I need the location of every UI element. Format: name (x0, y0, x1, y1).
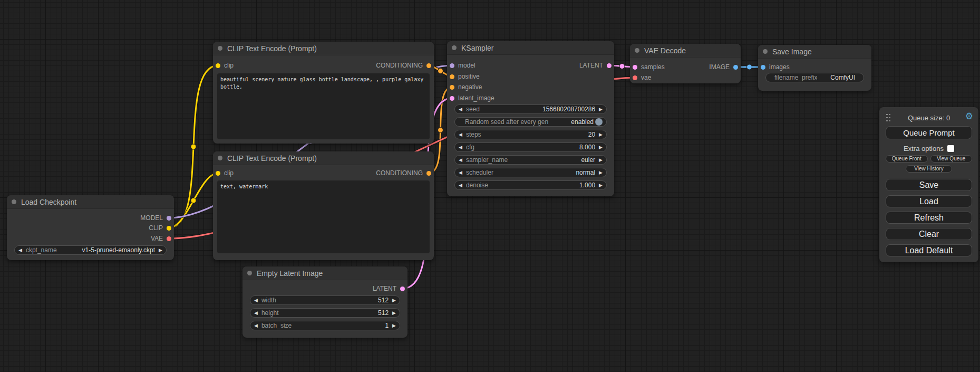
images-input-dot[interactable] (761, 65, 765, 70)
output-port-VAE: VAE (151, 235, 171, 242)
decrement-arrow-icon[interactable]: ◀ (459, 170, 462, 175)
collapse-dot-icon[interactable] (218, 156, 222, 160)
clip-encode-1-title-bar[interactable]: CLIP Text Encode (Prompt) (213, 42, 434, 55)
save-button[interactable]: Save (886, 179, 972, 191)
steps-widget[interactable]: ◀steps20▶ (454, 130, 607, 139)
widget-value: 1.000 (579, 182, 595, 189)
decrement-arrow-icon[interactable]: ◀ (18, 248, 22, 253)
VAE-output-dot[interactable] (167, 236, 171, 241)
load-checkpoint-title-bar[interactable]: Load Checkpoint (7, 195, 174, 209)
decrement-arrow-icon[interactable]: ◀ (254, 298, 258, 303)
node-save-image[interactable]: Save Imageimagesfilename_prefixComfyUI (758, 45, 871, 91)
IMAGE-output-dot[interactable] (733, 65, 738, 70)
collapse-dot-icon[interactable] (452, 45, 457, 50)
seed-widget[interactable]: ◀seed156680208700286▶ (454, 104, 607, 114)
increment-arrow-icon[interactable]: ▶ (392, 323, 396, 328)
CONDITIONING-output-dot[interactable] (426, 63, 431, 68)
extra-options-checkbox[interactable] (947, 145, 954, 152)
port-label: LATENT (579, 62, 603, 69)
port-label: MODEL (140, 214, 163, 222)
empty-latent-title-bar[interactable]: Empty Latent Image (242, 266, 407, 280)
decrement-arrow-icon[interactable]: ◀ (254, 323, 258, 328)
output-port-LATENT: LATENT (579, 62, 612, 69)
decrement-arrow-icon[interactable]: ◀ (459, 145, 462, 150)
vae-input-dot[interactable] (633, 75, 637, 80)
latent_image-input-dot[interactable] (450, 96, 454, 101)
graph-canvas[interactable]: Load CheckpointMODELCLIPVAE◀ckpt_namev1-… (0, 0, 980, 372)
increment-arrow-icon[interactable]: ▶ (599, 183, 603, 188)
Random seed after every gen-widget[interactable]: Random seed after every genenabled (454, 117, 607, 127)
CLIP-output-dot[interactable] (167, 226, 171, 231)
clip-input-dot[interactable] (216, 171, 220, 176)
node-title-label: CLIP Text Encode (Prompt) (227, 154, 317, 163)
output-port-MODEL: MODEL (140, 214, 171, 222)
node-empty-latent[interactable]: Empty Latent ImageLATENT◀width512▶◀heigh… (242, 266, 407, 338)
increment-arrow-icon[interactable]: ▶ (392, 298, 396, 303)
save-image-title-bar[interactable]: Save Image (758, 45, 871, 59)
queue-prompt-button[interactable]: Queue Prompt (886, 126, 972, 139)
CONDITIONING-output-dot[interactable] (426, 171, 431, 176)
increment-arrow-icon[interactable]: ▶ (599, 158, 603, 163)
collapse-dot-icon[interactable] (635, 48, 639, 53)
refresh-button[interactable]: Refresh (886, 212, 972, 224)
increment-arrow-icon[interactable]: ▶ (599, 132, 603, 137)
positive-input-dot[interactable] (450, 74, 454, 79)
widget-label: sampler_name (466, 156, 508, 164)
filename_prefix-widget[interactable]: filename_prefixComfyUI (765, 73, 864, 82)
negative-input-dot[interactable] (450, 85, 454, 90)
node-clip-encode-2[interactable]: CLIP Text Encode (Prompt)clipCONDITIONIN… (213, 151, 434, 260)
collapse-dot-icon[interactable] (218, 46, 222, 51)
samples-input-dot[interactable] (633, 65, 637, 70)
sampler_name-widget[interactable]: ◀sampler_nameeuler▶ (454, 155, 607, 165)
LATENT-output-dot[interactable] (607, 63, 612, 68)
decrement-arrow-icon[interactable]: ◀ (254, 311, 258, 316)
queue-front-button[interactable]: Queue Front (886, 155, 928, 163)
increment-arrow-icon[interactable]: ▶ (159, 248, 162, 253)
ckpt_name-widget[interactable]: ◀ckpt_namev1-5-pruned-emaonly.ckpt▶ (14, 245, 167, 255)
load-button[interactable]: Load (886, 195, 972, 207)
node-load-checkpoint[interactable]: Load CheckpointMODELCLIPVAE◀ckpt_namev1-… (7, 195, 174, 260)
view-history-button[interactable]: View History (906, 165, 952, 173)
clip-encode-2-title-bar[interactable]: CLIP Text Encode (Prompt) (213, 151, 434, 165)
decrement-arrow-icon[interactable]: ◀ (459, 132, 462, 137)
height-widget[interactable]: ◀height512▶ (250, 308, 400, 318)
increment-arrow-icon[interactable]: ▶ (599, 145, 603, 150)
collapse-dot-icon[interactable] (763, 49, 768, 54)
clip-input-dot[interactable] (216, 63, 220, 68)
toggle-knob-icon[interactable] (595, 118, 603, 126)
link-midpoint-dot-conditioning (438, 69, 443, 74)
decrement-arrow-icon[interactable]: ◀ (459, 107, 462, 112)
clip-encode-1-prompt-textarea[interactable] (217, 73, 430, 139)
width-widget[interactable]: ◀width512▶ (250, 295, 400, 305)
clear-button[interactable]: Clear (886, 228, 972, 240)
node-ksampler[interactable]: KSamplermodelpositivenegativelatent_imag… (447, 41, 614, 196)
load-default-button[interactable]: Load Default (886, 244, 972, 256)
increment-arrow-icon[interactable]: ▶ (599, 170, 603, 175)
decrement-arrow-icon[interactable]: ◀ (459, 183, 462, 188)
increment-arrow-icon[interactable]: ▶ (392, 311, 396, 316)
link-midpoint-dot-clip (191, 144, 196, 149)
MODEL-output-dot[interactable] (167, 216, 171, 221)
input-port-latent_image: latent_image (450, 94, 494, 102)
input-port-images: images (761, 63, 790, 71)
increment-arrow-icon[interactable]: ▶ (599, 107, 603, 112)
vae-decode-title-bar[interactable]: VAE Decode (630, 44, 741, 58)
collapse-dot-icon[interactable] (247, 271, 252, 275)
cfg-widget[interactable]: ◀cfg8.000▶ (454, 142, 607, 152)
node-clip-encode-1[interactable]: CLIP Text Encode (Prompt)clipCONDITIONIN… (213, 42, 434, 144)
gear-icon[interactable]: ⚙ (965, 112, 973, 121)
output-port-LATENT: LATENT (373, 285, 405, 292)
LATENT-output-dot[interactable] (400, 287, 405, 291)
model-input-dot[interactable] (450, 63, 454, 68)
clip-encode-2-prompt-textarea[interactable] (217, 180, 430, 253)
view-queue-button[interactable]: View Queue (930, 155, 973, 163)
denoise-widget[interactable]: ◀denoise1.000▶ (454, 180, 607, 190)
decrement-arrow-icon[interactable]: ◀ (459, 158, 462, 163)
node-vae-decode[interactable]: VAE DecodesamplesvaeIMAGE (630, 44, 741, 83)
drag-handle-icon[interactable] (886, 113, 891, 122)
collapse-dot-icon[interactable] (12, 199, 16, 204)
scheduler-widget[interactable]: ◀schedulernormal▶ (454, 168, 607, 177)
ksampler-title-bar[interactable]: KSampler (447, 41, 614, 55)
batch_size-widget[interactable]: ◀batch_size1▶ (250, 321, 400, 330)
widget-value: 1 (385, 322, 389, 329)
